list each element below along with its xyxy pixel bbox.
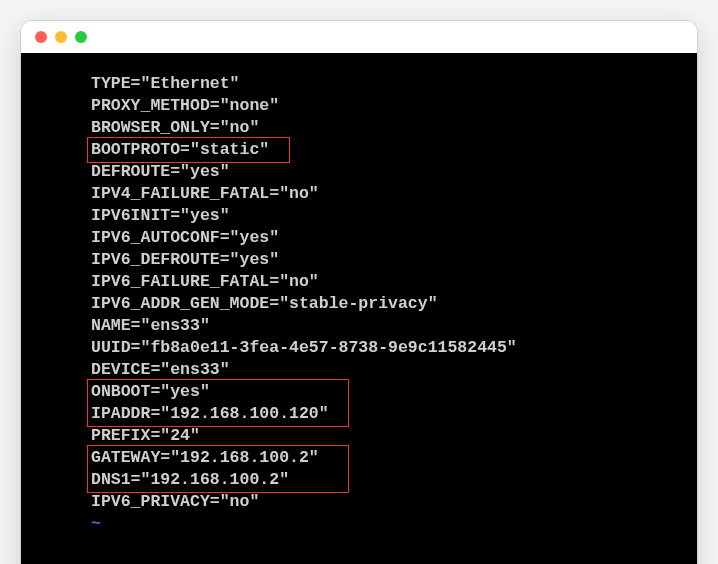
- vim-tilde: ~: [91, 513, 637, 535]
- window-titlebar: [21, 21, 697, 53]
- config-line: DEFROUTE="yes": [91, 161, 637, 183]
- terminal-content[interactable]: TYPE="Ethernet" PROXY_METHOD="none" BROW…: [21, 53, 697, 564]
- config-line: IPV6INIT="yes": [91, 205, 637, 227]
- config-line: BROWSER_ONLY="no": [91, 117, 637, 139]
- config-line: PREFIX="24": [91, 425, 637, 447]
- config-line: IPV6_DEFROUTE="yes": [91, 249, 637, 271]
- config-line: ONBOOT="yes": [91, 381, 637, 403]
- config-line: TYPE="Ethernet": [91, 73, 637, 95]
- close-icon[interactable]: [35, 31, 47, 43]
- config-line: NAME="ens33": [91, 315, 637, 337]
- config-line: PROXY_METHOD="none": [91, 95, 637, 117]
- config-line: IPV6_ADDR_GEN_MODE="stable-privacy": [91, 293, 637, 315]
- config-line: DNS1="192.168.100.2": [91, 469, 637, 491]
- config-line: IPADDR="192.168.100.120": [91, 403, 637, 425]
- config-line: BOOTPROTO="static": [91, 139, 637, 161]
- config-line: IPV4_FAILURE_FATAL="no": [91, 183, 637, 205]
- config-line: GATEWAY="192.168.100.2": [91, 447, 637, 469]
- config-line: DEVICE="ens33": [91, 359, 637, 381]
- terminal-window: TYPE="Ethernet" PROXY_METHOD="none" BROW…: [20, 20, 698, 564]
- maximize-icon[interactable]: [75, 31, 87, 43]
- config-line: UUID="fb8a0e11-3fea-4e57-8738-9e9c115824…: [91, 337, 637, 359]
- config-line: IPV6_PRIVACY="no": [91, 491, 637, 513]
- minimize-icon[interactable]: [55, 31, 67, 43]
- config-line: IPV6_FAILURE_FATAL="no": [91, 271, 637, 293]
- config-line: IPV6_AUTOCONF="yes": [91, 227, 637, 249]
